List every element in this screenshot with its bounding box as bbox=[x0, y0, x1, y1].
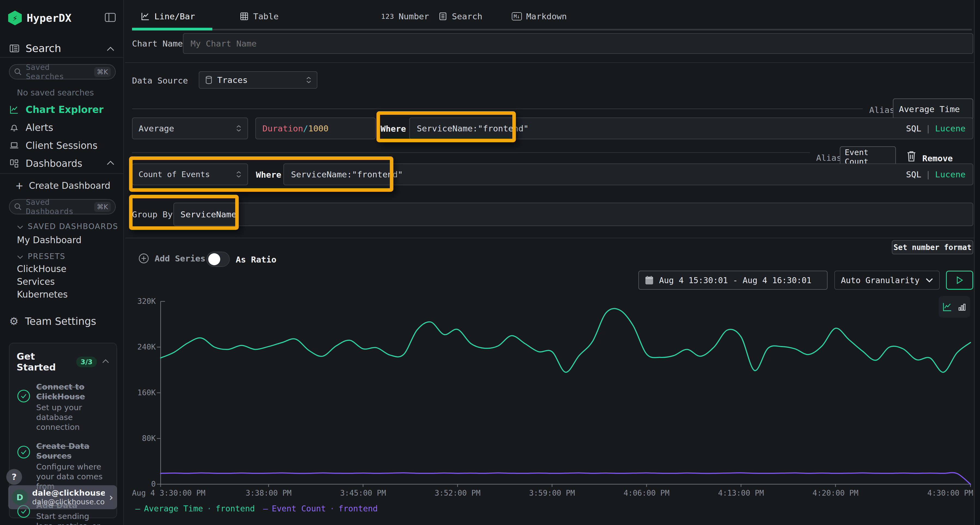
sidebar-item-services[interactable]: Services bbox=[0, 276, 124, 287]
chevron-up-icon bbox=[107, 160, 115, 167]
aggregation-select-series1[interactable]: Average bbox=[132, 117, 248, 139]
sidebar-item-client-sessions[interactable]: Client Sessions bbox=[0, 138, 124, 154]
tab-track bbox=[132, 29, 972, 30]
aggregation-select-series2[interactable]: Count of Events bbox=[132, 163, 248, 185]
tab-markdown[interactable]: M↓ Markdown bbox=[512, 8, 567, 24]
select-carets-icon bbox=[236, 171, 242, 178]
sidebar-item-clickhouse[interactable]: ClickHouse bbox=[0, 263, 124, 275]
document-list-icon bbox=[438, 12, 447, 21]
alias-label: Alias bbox=[869, 105, 894, 115]
laptop-icon bbox=[9, 141, 19, 151]
group-saved-dashboards[interactable]: SAVED DASHBOARDS bbox=[0, 221, 124, 232]
where-label-series2: Where bbox=[256, 170, 281, 179]
series-divider bbox=[132, 152, 810, 153]
sidebar-item-alerts[interactable]: Alerts bbox=[0, 120, 124, 135]
x-axis-label: 4:30:00 PM bbox=[927, 489, 973, 498]
sidebar-item-kubernetes[interactable]: Kubernetes bbox=[0, 288, 124, 300]
as-ratio-toggle[interactable] bbox=[206, 252, 230, 267]
legend-item-average-time[interactable]: —Average Time ·frontend bbox=[135, 504, 255, 513]
get-started-badge: 3/3 bbox=[76, 357, 97, 367]
saved-dashboards-input[interactable]: Saved Dashboards ⌘K bbox=[9, 199, 116, 214]
set-number-format-button[interactable]: Set number format bbox=[892, 240, 973, 254]
group-by-input[interactable]: ServiceName bbox=[173, 203, 973, 226]
where-input-series1[interactable]: ServiceName:"frontend" SQL | Lucene bbox=[409, 117, 973, 139]
database-icon bbox=[205, 76, 213, 84]
run-query-button[interactable] bbox=[946, 271, 973, 290]
bell-icon bbox=[9, 123, 19, 132]
data-source-label: Data Source bbox=[132, 76, 188, 86]
sidebar-section-search[interactable]: Search bbox=[0, 40, 124, 57]
y-axis-label: 160K bbox=[125, 388, 156, 397]
check-circle-icon bbox=[17, 445, 31, 459]
sidebar-item-dashboards[interactable]: Dashboards bbox=[0, 155, 124, 171]
markdown-icon: M↓ bbox=[512, 12, 522, 21]
data-source-select[interactable]: Traces bbox=[199, 71, 317, 89]
divider bbox=[125, 238, 980, 238]
search-icon bbox=[14, 203, 22, 211]
user-account-chip[interactable]: D dale@clickhouse.com dale@clickhouse.co… bbox=[8, 485, 117, 509]
line-chart-icon bbox=[9, 105, 19, 114]
y-axis-label: 320K bbox=[125, 297, 156, 306]
reader-icon bbox=[9, 43, 20, 54]
create-dashboard-button[interactable]: + Create Dashboard bbox=[0, 178, 124, 193]
chart-legend: —Average Time ·frontend —Event Count ·fr… bbox=[135, 504, 378, 513]
chevron-up-icon bbox=[107, 44, 115, 53]
get-started-item[interactable]: Create Data Sources Configure where your… bbox=[17, 441, 110, 491]
where-label-series1: Where bbox=[380, 124, 406, 133]
trash-icon[interactable] bbox=[907, 150, 916, 162]
tab-search[interactable]: Search bbox=[438, 8, 482, 24]
chevron-down-icon bbox=[17, 222, 24, 231]
legend-item-event-count[interactable]: —Event Count ·frontend bbox=[263, 504, 377, 513]
chart-name-input[interactable] bbox=[183, 33, 973, 54]
divider bbox=[0, 57, 124, 58]
group-presets[interactable]: PRESETS bbox=[0, 251, 124, 262]
plus-icon: + bbox=[15, 180, 24, 191]
date-range-picker[interactable]: Aug 4 15:30:01 - Aug 4 16:30:01 bbox=[638, 271, 827, 290]
help-button[interactable]: ? bbox=[6, 469, 22, 485]
avatar: D bbox=[12, 489, 28, 505]
scrollbar-gutter[interactable] bbox=[974, 0, 980, 525]
tab-number[interactable]: 123 Number bbox=[381, 8, 429, 24]
chevron-right-icon: › bbox=[109, 491, 113, 503]
line-chart-icon bbox=[141, 12, 150, 21]
chart-name-label: Chart Name bbox=[132, 39, 183, 48]
lucene-mode-button[interactable]: Lucene bbox=[935, 124, 966, 133]
divider bbox=[125, 62, 980, 63]
time-series-chart[interactable]: 320K240K160K80K0 Aug 4 3:30:00 PM3:38:00… bbox=[125, 294, 980, 525]
where-input-series2[interactable]: ServiceName:"frontend" SQL | Lucene bbox=[283, 163, 973, 185]
tab-line-bar[interactable]: Line/Bar bbox=[141, 8, 195, 24]
as-ratio-label: As Ratio bbox=[236, 255, 276, 265]
calendar-icon bbox=[645, 276, 654, 285]
x-axis-label: Aug 4 3:30:00 PM bbox=[132, 489, 205, 498]
granularity-select[interactable]: Auto Granularity bbox=[834, 271, 940, 290]
formula-input-series1[interactable]: Duration/1000 bbox=[255, 117, 375, 139]
x-axis-label: 3:59:00 PM bbox=[529, 489, 575, 498]
x-axis-label: 4:06:00 PM bbox=[624, 489, 670, 498]
get-started-title: Get Started bbox=[17, 351, 71, 373]
saved-searches-input[interactable]: Saved Searches ⌘K bbox=[9, 64, 116, 79]
sidebar-collapse-icon[interactable] bbox=[105, 13, 116, 23]
toggle-knob bbox=[208, 253, 220, 265]
no-saved-searches: No saved searches bbox=[0, 87, 124, 98]
sidebar-item-team-settings[interactable]: ⚙ Team Settings bbox=[0, 313, 124, 329]
series-divider bbox=[132, 109, 863, 109]
select-carets-icon bbox=[306, 76, 312, 84]
x-axis-label: 4:13:00 PM bbox=[718, 489, 764, 498]
x-axis-label: 3:38:00 PM bbox=[245, 489, 291, 498]
alias-label: Alias bbox=[816, 153, 842, 163]
number-123-icon: 123 bbox=[381, 13, 394, 21]
y-axis-label: 240K bbox=[125, 343, 156, 352]
sql-mode-button[interactable]: SQL bbox=[906, 170, 921, 179]
cmdk-shortcut: ⌘K bbox=[94, 67, 111, 77]
get-started-item[interactable]: Connect to ClickHouse Set up your databa… bbox=[17, 382, 110, 432]
chevron-up-icon[interactable] bbox=[102, 359, 110, 365]
tab-table[interactable]: Table bbox=[240, 8, 278, 24]
play-icon bbox=[956, 276, 963, 284]
alias-input-average-time[interactable]: Average Time bbox=[893, 98, 973, 120]
sql-mode-button[interactable]: SQL bbox=[906, 124, 921, 133]
sidebar-item-chart-explorer[interactable]: Chart Explorer bbox=[0, 102, 124, 117]
check-circle-icon bbox=[17, 389, 31, 403]
lucene-mode-button[interactable]: Lucene bbox=[935, 170, 966, 179]
sidebar-item-my-dashboard[interactable]: My Dashboard bbox=[0, 234, 124, 246]
add-series-button[interactable]: Add Series bbox=[138, 253, 205, 264]
